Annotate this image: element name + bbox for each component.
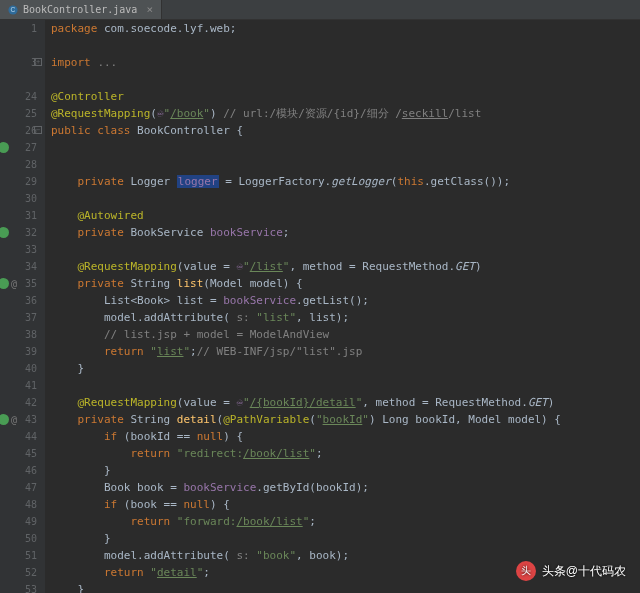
line-number: 52 <box>0 564 37 581</box>
tab-label: BookController.java <box>23 4 137 15</box>
code-line[interactable]: @RequestMapping(♾"/book") // url:/模块/资源/… <box>51 105 640 122</box>
line-number: 42 <box>0 394 37 411</box>
line-number: 43@ <box>0 411 37 428</box>
line-number <box>0 37 37 54</box>
code-line[interactable]: @Controller <box>51 88 640 105</box>
line-number: 34 <box>0 258 37 275</box>
line-number <box>0 71 37 88</box>
line-number: 29 <box>0 173 37 190</box>
fold-expand-icon[interactable]: + <box>34 58 42 66</box>
code-line[interactable]: @Autowired <box>51 207 640 224</box>
line-number: 47 <box>0 479 37 496</box>
code-line[interactable]: return "list";// WEB-INF/jsp/"list".jsp <box>51 343 640 360</box>
fold-collapse-icon[interactable]: − <box>34 126 42 134</box>
code-line[interactable]: } <box>51 530 640 547</box>
code-editor[interactable]: 13+242526−272829303132333435@36373839404… <box>0 20 640 593</box>
line-number: 27 <box>0 139 37 156</box>
line-number: 48 <box>0 496 37 513</box>
line-number: 53 <box>0 581 37 593</box>
code-line[interactable]: private Logger logger = LoggerFactory.ge… <box>51 173 640 190</box>
line-number: 51 <box>0 547 37 564</box>
code-line[interactable]: private String detail(@PathVariable("boo… <box>51 411 640 428</box>
code-line[interactable]: } <box>51 462 640 479</box>
gutter-marker-icon[interactable] <box>0 278 9 289</box>
line-number: 38 <box>0 326 37 343</box>
tab-bar: C BookController.java × <box>0 0 640 20</box>
line-number: 24 <box>0 88 37 105</box>
line-number: 35@ <box>0 275 37 292</box>
line-number: 3+ <box>0 54 37 71</box>
line-number: 25 <box>0 105 37 122</box>
line-number: 39 <box>0 343 37 360</box>
line-number: 33 <box>0 241 37 258</box>
code-line[interactable]: // list.jsp + model = ModelAndView <box>51 326 640 343</box>
code-line[interactable]: if (book == null) { <box>51 496 640 513</box>
code-line[interactable] <box>51 156 640 173</box>
code-line[interactable]: @RequestMapping(value = ♾"/{bookId}/deta… <box>51 394 640 411</box>
code-line[interactable]: Book book = bookService.getById(bookId); <box>51 479 640 496</box>
line-number: 30 <box>0 190 37 207</box>
line-number: 41 <box>0 377 37 394</box>
gutter-marker-icon[interactable] <box>0 142 9 153</box>
code-line[interactable]: private String list(Model model) { <box>51 275 640 292</box>
code-line[interactable]: return "redirect:/book/list"; <box>51 445 640 462</box>
code-line[interactable]: return "forward:/book/list"; <box>51 513 640 530</box>
line-number: 36 <box>0 292 37 309</box>
line-number: 32 <box>0 224 37 241</box>
class-icon: C <box>8 5 18 15</box>
code-line[interactable]: if (bookId == null) { <box>51 428 640 445</box>
editor-tab[interactable]: C BookController.java × <box>0 0 162 19</box>
watermark-text: 头条@十代码农 <box>542 563 626 580</box>
code-line[interactable] <box>51 71 640 88</box>
gutter-marker-icon[interactable] <box>0 414 9 425</box>
line-number: 45 <box>0 445 37 462</box>
code-line[interactable] <box>51 377 640 394</box>
watermark: 头 头条@十代码农 <box>516 561 626 581</box>
code-line[interactable]: import ... <box>51 54 640 71</box>
line-number: 26− <box>0 122 37 139</box>
code-line[interactable]: @RequestMapping(value = ♾"/list", method… <box>51 258 640 275</box>
code-line[interactable]: private BookService bookService; <box>51 224 640 241</box>
code-line[interactable]: package com.soecode.lyf.web; <box>51 20 640 37</box>
code-line[interactable] <box>51 241 640 258</box>
line-number: 1 <box>0 20 37 37</box>
code-line[interactable]: model.addAttribute( s: "list", list); <box>51 309 640 326</box>
code-area[interactable]: package com.soecode.lyf.web;import ...@C… <box>45 20 640 593</box>
code-line[interactable]: List<Book> list = bookService.getList(); <box>51 292 640 309</box>
svg-text:C: C <box>11 6 16 13</box>
line-number: 40 <box>0 360 37 377</box>
code-line[interactable] <box>51 139 640 156</box>
code-line[interactable]: } <box>51 581 640 593</box>
line-number: 50 <box>0 530 37 547</box>
line-number: 49 <box>0 513 37 530</box>
gutter-marker-icon[interactable] <box>0 227 9 238</box>
close-icon[interactable]: × <box>146 3 153 16</box>
line-number: 44 <box>0 428 37 445</box>
code-line[interactable] <box>51 190 640 207</box>
line-number: 31 <box>0 207 37 224</box>
line-number: 28 <box>0 156 37 173</box>
avatar-icon: 头 <box>516 561 536 581</box>
line-number-gutter: 13+242526−272829303132333435@36373839404… <box>0 20 45 593</box>
gutter-annotation: @ <box>11 411 17 428</box>
gutter-annotation: @ <box>11 275 17 292</box>
line-number: 46 <box>0 462 37 479</box>
code-line[interactable]: } <box>51 360 640 377</box>
code-line[interactable]: public class BookController { <box>51 122 640 139</box>
code-line[interactable] <box>51 37 640 54</box>
line-number: 37 <box>0 309 37 326</box>
